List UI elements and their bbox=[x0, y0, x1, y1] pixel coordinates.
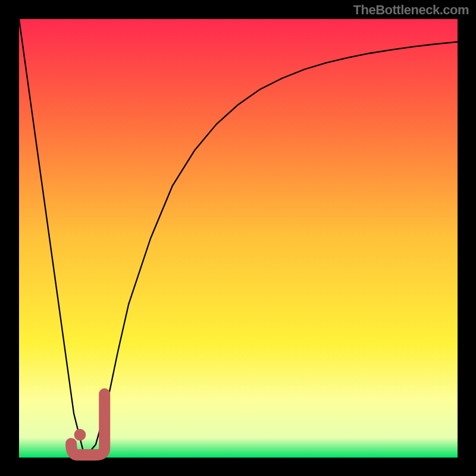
chart-container: TheBottleneck.com bbox=[0, 0, 476, 476]
marker-dot bbox=[74, 429, 86, 441]
bottleneck-chart bbox=[0, 0, 476, 476]
plot-area bbox=[19, 19, 458, 458]
